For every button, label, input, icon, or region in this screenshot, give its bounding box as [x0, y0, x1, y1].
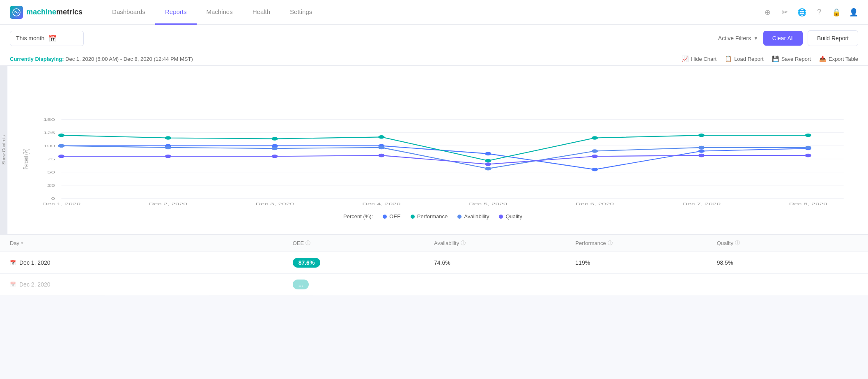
performance-dot: [592, 136, 598, 140]
availability-dot: [165, 146, 171, 150]
quality-line: [61, 155, 808, 164]
legend-percent-label: Percent (%):: [343, 213, 373, 220]
availability-legend-label: Availability: [464, 213, 489, 220]
calendar-row-icon: 📅: [10, 260, 16, 266]
load-report-icon: 📋: [725, 55, 732, 62]
availability-legend-dot: [457, 215, 462, 219]
header: machinemetrics Dashboards Reports Machin…: [0, 0, 868, 25]
chart-area: .grid-line { stroke: #e8eaf0; stroke-wid…: [7, 66, 868, 234]
line-chart: .grid-line { stroke: #e8eaf0; stroke-wid…: [14, 76, 852, 207]
svg-text:25: 25: [47, 183, 55, 187]
availability-info-icon[interactable]: ⓘ: [461, 240, 466, 247]
export-table-label: Export Table: [829, 56, 858, 62]
toolbar: This month 📅 Active Filters ▼ Clear All …: [0, 25, 868, 52]
legend-availability: Availability: [457, 213, 489, 220]
globe-icon[interactable]: 🌐: [797, 8, 806, 17]
quality-dot: [805, 154, 811, 157]
performance-dot: [165, 136, 171, 140]
svg-text:Percent (%): Percent (%): [22, 148, 30, 169]
chevron-down-icon: ▼: [753, 35, 758, 41]
column-day[interactable]: Day ▾: [10, 240, 293, 247]
quality-legend-dot: [499, 215, 503, 219]
svg-text:Dec 8, 2020: Dec 8, 2020: [789, 201, 827, 206]
column-oee: OEE ⓘ: [293, 240, 434, 247]
column-quality: Quality ⓘ: [717, 240, 858, 247]
cell-availability: 74.6%: [434, 259, 575, 266]
oee-badge: 87.6%: [293, 258, 321, 268]
svg-text:150: 150: [43, 117, 55, 122]
svg-text:100: 100: [43, 143, 55, 148]
quality-dot: [592, 155, 598, 158]
legend-quality: Quality: [499, 213, 522, 220]
main-content: Show Controls .grid-line { stroke: #e8ea…: [0, 66, 868, 296]
main-nav: Dashboards Reports Machines Health Setti…: [102, 0, 763, 25]
export-table-icon: 📤: [819, 55, 826, 62]
date-picker-text: This month: [16, 35, 44, 42]
availability-dot: [271, 147, 278, 150]
sub-toolbar: Currently Displaying: Dec 1, 2020 (6:00 …: [0, 52, 868, 66]
svg-text:Dec 2, 2020: Dec 2, 2020: [149, 201, 188, 206]
save-report-button[interactable]: 💾 Save Report: [772, 55, 811, 62]
nav-item-health[interactable]: Health: [243, 0, 280, 25]
performance-info-icon[interactable]: ⓘ: [608, 240, 613, 247]
quality-legend-label: Quality: [505, 213, 522, 220]
quality-info-icon[interactable]: ⓘ: [735, 240, 740, 247]
cell-oee: 87.6%: [293, 258, 434, 268]
cell-performance: 119%: [575, 259, 716, 266]
logo-text: machinemetrics: [26, 8, 83, 16]
save-report-label: Save Report: [781, 56, 811, 62]
nav-item-dashboards[interactable]: Dashboards: [102, 0, 155, 25]
cell-quality: 98.5%: [717, 259, 858, 266]
availability-dot: [805, 146, 811, 150]
clear-all-button[interactable]: Clear All: [763, 31, 803, 46]
svg-text:Dec 3, 2020: Dec 3, 2020: [255, 201, 294, 206]
performance-value: 119%: [575, 259, 590, 266]
nav-item-reports[interactable]: Reports: [155, 0, 197, 25]
svg-text:0: 0: [51, 196, 55, 201]
oee-info-icon[interactable]: ⓘ: [305, 240, 310, 247]
sort-icon: ▾: [21, 240, 23, 246]
build-report-button[interactable]: Build Report: [808, 30, 858, 46]
side-controls-toggle[interactable]: Show Controls: [0, 66, 7, 234]
lock-icon[interactable]: 🔒: [832, 8, 841, 17]
date-picker[interactable]: This month 📅: [10, 31, 84, 46]
chart-wrapper: Show Controls .grid-line { stroke: #e8ea…: [0, 66, 868, 234]
performance-dot: [58, 134, 64, 137]
oee-dot: [485, 152, 491, 156]
nav-item-settings[interactable]: Settings: [280, 0, 322, 25]
availability-dot: [58, 144, 64, 148]
network-icon[interactable]: ⊕: [763, 8, 772, 17]
availability-dot: [378, 146, 384, 150]
quality-dot: [485, 162, 491, 166]
active-filters[interactable]: Active Filters ▼: [718, 35, 758, 42]
column-oee-label: OEE: [293, 240, 304, 246]
nav-item-machines[interactable]: Machines: [197, 0, 243, 25]
performance-legend-dot: [411, 215, 415, 219]
data-table: Day ▾ OEE ⓘ Availability ⓘ Performance ⓘ…: [0, 234, 868, 296]
svg-text:75: 75: [47, 157, 55, 161]
load-report-button[interactable]: 📋 Load Report: [725, 55, 764, 62]
oee-legend-dot: [383, 215, 387, 219]
svg-text:125: 125: [43, 130, 55, 135]
help-icon[interactable]: ?: [815, 8, 824, 17]
header-icons: ⊕ ✂ 🌐 ? 🔒 👤: [763, 8, 858, 17]
hide-chart-button[interactable]: 📈 Hide Chart: [682, 55, 716, 62]
oee-dot: [698, 149, 705, 153]
user-icon[interactable]: 👤: [849, 8, 858, 17]
availability-dot: [698, 146, 705, 150]
table-header: Day ▾ OEE ⓘ Availability ⓘ Performance ⓘ…: [0, 235, 868, 252]
toolbar-right: Active Filters ▼ Clear All Build Report: [718, 30, 858, 46]
save-report-icon: 💾: [772, 55, 779, 62]
hide-chart-label: Hide Chart: [691, 56, 716, 62]
currently-displaying-value: Dec 1, 2020 (6:00 AM) - Dec 8, 2020 (12:…: [65, 56, 193, 62]
tools-icon[interactable]: ✂: [780, 8, 789, 17]
performance-dot: [271, 137, 278, 141]
cell-day-2: 📅 Dec 2, 2020: [10, 281, 293, 288]
quality-dot: [698, 154, 705, 157]
calendar-icon: 📅: [48, 35, 57, 42]
currently-displaying: Currently Displaying: Dec 1, 2020 (6:00 …: [10, 55, 193, 62]
availability-dot: [485, 167, 491, 171]
cell-oee-2: ...: [293, 280, 434, 289]
calendar-row-icon-2: 📅: [10, 282, 16, 287]
export-table-button[interactable]: 📤 Export Table: [819, 55, 858, 62]
